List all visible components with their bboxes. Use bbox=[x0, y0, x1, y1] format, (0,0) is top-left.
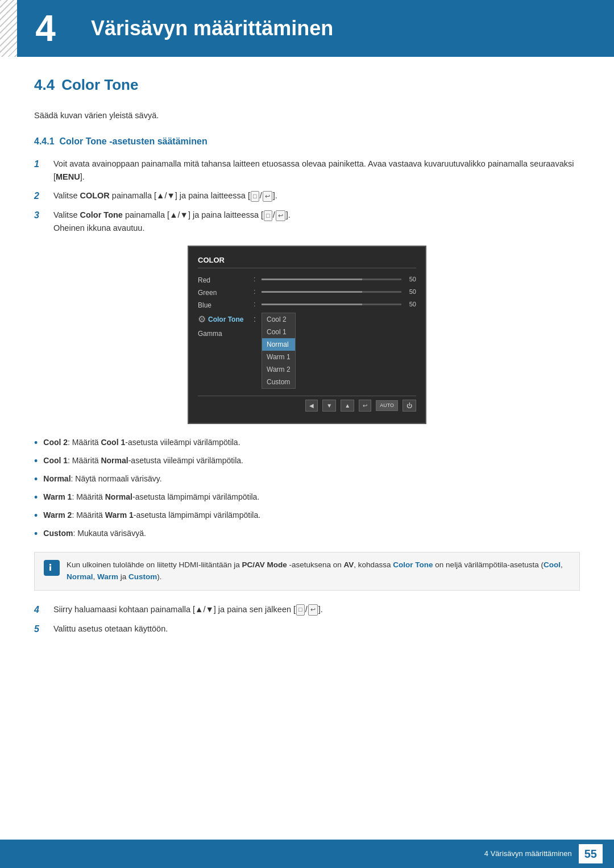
subsection-title: 4.4.1 Color Tone -asetusten säätäminen bbox=[34, 135, 580, 148]
bullet-custom: • Custom: Mukauta värisävyä. bbox=[34, 528, 580, 542]
bullet-warm1: • Warm 1: Määritä Normal-asetusta lämpim… bbox=[34, 491, 580, 505]
dropdown-warm1: Warm 1 bbox=[262, 351, 295, 363]
bullet-list: • Cool 2: Määritä Cool 1-asetusta viileä… bbox=[34, 437, 580, 542]
subsection-number: 4.4.1 bbox=[34, 136, 55, 146]
note-text: Kun ulkoinen tulolähde on liitetty HDMI-… bbox=[67, 559, 570, 583]
section-title-text: Color Tone bbox=[61, 76, 138, 93]
menu-item-colortone: ⚙ Color Tone bbox=[198, 312, 243, 327]
menu-item-red: Red bbox=[198, 274, 210, 286]
monitor-screen: COLOR Red Green Blue ⚙ Color Tone Gamma bbox=[188, 246, 426, 425]
step-number-4: 4 bbox=[34, 603, 50, 617]
dropdown-normal: Normal bbox=[262, 338, 295, 351]
footer-page-number: 55 bbox=[579, 844, 603, 863]
chapter-number: 4 bbox=[17, 0, 74, 57]
menu-item-blue: Blue bbox=[198, 299, 211, 312]
page-header: 4 Värisävyn määrittäminen bbox=[0, 0, 614, 57]
slider-track-green bbox=[262, 291, 401, 293]
step-5: 5 Valittu asetus otetaan käyttöön. bbox=[34, 622, 580, 636]
bullet-cool2: • Cool 2: Määritä Cool 1-asetusta viileä… bbox=[34, 437, 580, 451]
step-number-1: 1 bbox=[34, 157, 50, 171]
step-number-2: 2 bbox=[34, 189, 50, 203]
dropdown-cool1: Cool 1 bbox=[262, 326, 295, 338]
step-4: 4 Siirry haluamaasi kohtaan painamalla [… bbox=[34, 603, 580, 617]
slider-track-blue bbox=[262, 304, 401, 305]
monitor-container: COLOR Red Green Blue ⚙ Color Tone Gamma bbox=[34, 246, 580, 425]
step-2: 2 Valitse COLOR painamalla [▲/▼] ja pain… bbox=[34, 189, 580, 203]
step-text-5: Valittu asetus otetaan käyttöön. bbox=[53, 622, 580, 636]
header-stripe bbox=[0, 0, 17, 57]
section-title: 4.4Color Tone bbox=[34, 74, 580, 99]
section-number: 4.4 bbox=[34, 76, 55, 93]
step-text-2: Valitse COLOR painamalla [▲/▼] ja paina … bbox=[53, 189, 580, 202]
dropdown-custom: Custom bbox=[262, 376, 295, 388]
slider-track-red bbox=[262, 279, 401, 280]
colortone-row: : Cool 2 Cool 1 Normal Warm 1 Warm 2 Cus… bbox=[254, 312, 416, 389]
monitor-menu-title: COLOR bbox=[198, 255, 416, 269]
step-number-3: 3 bbox=[34, 209, 50, 222]
btn-enter[interactable]: ↩ bbox=[359, 400, 371, 412]
slider-fill-green bbox=[262, 291, 362, 293]
page-footer: 4 Värisävyn määrittäminen 55 bbox=[0, 840, 614, 868]
dropdown-warm2: Warm 2 bbox=[262, 363, 295, 376]
monitor-right-panel: : 50 : 50 bbox=[249, 274, 416, 389]
note-box: Kun ulkoinen tulolähde on liitetty HDMI-… bbox=[34, 552, 580, 591]
footer-section-label: 4 Värisävyn määrittäminen bbox=[484, 848, 572, 859]
section-description: Säädä kuvan värien yleistä sävyä. bbox=[34, 110, 580, 122]
note-icon bbox=[44, 560, 60, 576]
monitor-bottom-bar: ◀ ▼ ▲ ↩ AUTO ⏻ bbox=[198, 396, 416, 412]
main-content: 4.4Color Tone Säädä kuvan värien yleistä… bbox=[0, 74, 614, 680]
slider-fill-red bbox=[262, 279, 362, 280]
step-number-5: 5 bbox=[34, 622, 50, 636]
btn-up[interactable]: ▲ bbox=[341, 400, 354, 412]
step-text-4: Siirry haluamaasi kohtaan painamalla [▲/… bbox=[53, 603, 580, 616]
steps-list-2: 4 Siirry haluamaasi kohtaan painamalla [… bbox=[34, 603, 580, 636]
menu-item-gamma: Gamma bbox=[198, 327, 222, 340]
btn-power[interactable]: ⏻ bbox=[403, 400, 416, 412]
step-1: 1 Voit avata avainoppaan painamalla mitä… bbox=[34, 157, 580, 184]
btn-left[interactable]: ◀ bbox=[305, 400, 318, 412]
slider-green: : 50 bbox=[254, 286, 416, 297]
subsection-title-text: Color Tone -asetusten säätäminen bbox=[59, 136, 207, 146]
menu-item-green: Green bbox=[198, 286, 217, 299]
btn-auto[interactable]: AUTO bbox=[376, 400, 398, 412]
bullet-normal: • Normal: Näytä normaali värisävy. bbox=[34, 473, 580, 487]
slider-blue: : 50 bbox=[254, 299, 416, 309]
step-3: 3 Valitse Color Tone painamalla [▲/▼] ja… bbox=[34, 209, 580, 235]
step-text-1: Voit avata avainoppaan painamalla mitä t… bbox=[53, 157, 580, 184]
bullet-warm2: • Warm 2: Määritä Warm 1-asetusta lämpim… bbox=[34, 509, 580, 524]
monitor-rows: Red Green Blue ⚙ Color Tone Gamma : bbox=[198, 274, 416, 389]
step-text-3: Valitse Color Tone painamalla [▲/▼] ja p… bbox=[53, 209, 580, 235]
bullet-cool1: • Cool 1: Määritä Normal-asetusta viileä… bbox=[34, 455, 580, 469]
slider-red: : 50 bbox=[254, 274, 416, 284]
dropdown-cool2: Cool 2 bbox=[262, 313, 295, 326]
color-tone-dropdown: Cool 2 Cool 1 Normal Warm 1 Warm 2 Custo… bbox=[262, 313, 296, 389]
chapter-title: Värisävyn määrittäminen bbox=[74, 0, 614, 57]
slider-fill-blue bbox=[262, 304, 362, 305]
svg-rect-0 bbox=[47, 563, 57, 573]
btn-down[interactable]: ▼ bbox=[322, 400, 336, 412]
steps-list: 1 Voit avata avainoppaan painamalla mitä… bbox=[34, 157, 580, 235]
